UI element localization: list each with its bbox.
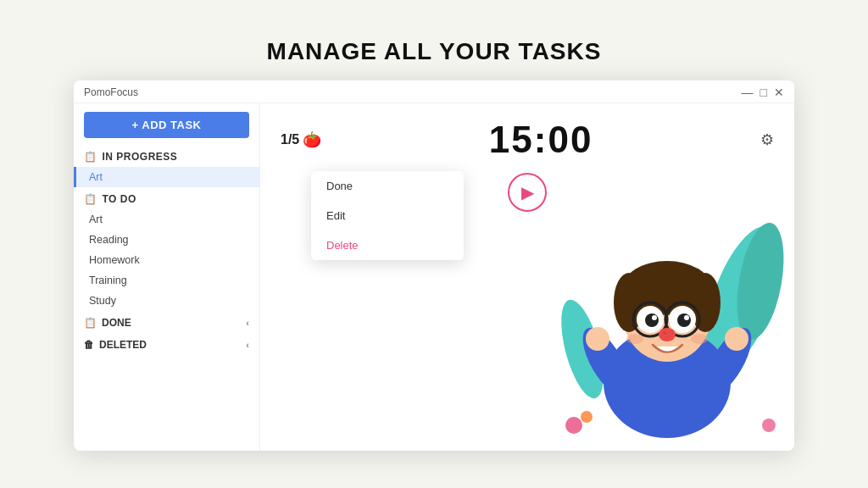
svg-point-14	[677, 313, 691, 327]
in-progress-section: 📋 IN PROGRESS Art	[74, 145, 259, 187]
todo-label: TO DO	[103, 193, 136, 205]
svg-point-13	[645, 313, 659, 327]
pomodoro-count: 1/5 🍅	[281, 130, 321, 149]
character-illustration	[515, 171, 794, 451]
svg-point-19	[626, 334, 643, 344]
svg-point-16	[684, 315, 689, 320]
deleted-icon: 🗑	[84, 339, 94, 351]
in-progress-header: 📋 IN PROGRESS	[74, 145, 259, 167]
maximize-button[interactable]: □	[760, 86, 767, 99]
done-icon: 📋	[84, 317, 97, 329]
svg-point-18	[663, 331, 666, 335]
app-window: PomoFocus — □ ✕ + ADD TASK 📋 IN PROGRESS…	[74, 80, 794, 451]
svg-point-15	[652, 315, 657, 320]
timer-header: 1/5 🍅 15:00 ⚙	[281, 119, 774, 161]
context-menu-done[interactable]: Done	[311, 171, 464, 201]
sidebar-item-homework[interactable]: Homework	[74, 250, 259, 270]
done-section: 📋 DONE ‹	[74, 311, 259, 333]
deleted-header[interactable]: 🗑 DELETED ‹	[74, 333, 259, 355]
svg-point-24	[725, 327, 748, 351]
svg-point-26	[581, 411, 593, 423]
tomato-icon: 🍅	[303, 130, 321, 149]
window-controls: — □ ✕	[742, 86, 784, 99]
deleted-section: 🗑 DELETED ‹	[74, 333, 259, 355]
character-svg	[540, 197, 794, 451]
todo-icon: 📋	[84, 193, 97, 205]
svg-point-22	[586, 327, 609, 351]
sidebar-item-art-inprogress[interactable]: Art	[74, 167, 259, 187]
sidebar: + ADD TASK 📋 IN PROGRESS Art 📋 TO DO Art…	[74, 103, 260, 451]
timer-display: 15:00	[489, 119, 593, 161]
svg-point-20	[691, 334, 708, 344]
settings-icon[interactable]: ⚙	[760, 130, 774, 149]
close-button[interactable]: ✕	[774, 86, 784, 99]
context-menu-edit[interactable]: Edit	[311, 201, 464, 230]
context-menu-delete[interactable]: Delete	[311, 230, 464, 260]
count-text: 1/5	[281, 132, 299, 147]
svg-point-17	[659, 328, 676, 341]
deleted-label: DELETED	[99, 339, 147, 351]
context-menu: Done Edit Delete	[311, 171, 464, 260]
sidebar-item-training[interactable]: Training	[74, 270, 259, 291]
minimize-button[interactable]: —	[742, 86, 754, 99]
app-name: PomoFocus	[84, 86, 138, 98]
page-headline: MANAGE ALL YOUR TASKS	[267, 38, 602, 65]
done-label: DONE	[102, 317, 131, 329]
sidebar-item-reading[interactable]: Reading	[74, 230, 259, 250]
in-progress-label: IN PROGRESS	[103, 151, 178, 163]
done-chevron-icon: ‹	[246, 318, 249, 328]
app-body: + ADD TASK 📋 IN PROGRESS Art 📋 TO DO Art…	[74, 103, 794, 451]
add-task-button[interactable]: + ADD TASK	[84, 112, 249, 138]
in-progress-icon: 📋	[84, 151, 97, 163]
deleted-chevron-icon: ‹	[246, 340, 249, 350]
main-content: 1/5 🍅 15:00 ⚙ ▶ Done Edit Delete	[260, 103, 794, 451]
done-header[interactable]: 📋 DONE ‹	[74, 311, 259, 333]
sidebar-item-study[interactable]: Study	[74, 291, 259, 311]
sidebar-item-art[interactable]: Art	[74, 209, 259, 230]
title-bar: PomoFocus — □ ✕	[74, 80, 794, 103]
svg-point-25	[565, 417, 582, 434]
todo-header: 📋 TO DO	[74, 187, 259, 209]
svg-point-27	[762, 419, 776, 432]
todo-section: 📋 TO DO Art Reading Homework Training St…	[74, 187, 259, 311]
